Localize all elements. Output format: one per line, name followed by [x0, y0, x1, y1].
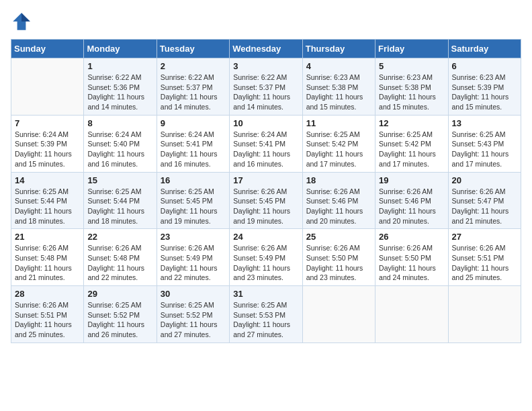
calendar-cell: 23Sunrise: 6:26 AMSunset: 5:49 PMDayligh…	[157, 229, 229, 286]
day-header-sunday: Sunday	[11, 40, 84, 58]
calendar-cell: 28Sunrise: 6:26 AMSunset: 5:51 PMDayligh…	[11, 286, 84, 343]
day-number: 23	[161, 232, 226, 242]
day-number: 28	[15, 289, 80, 299]
calendar-cell: 1Sunrise: 6:22 AMSunset: 5:36 PMDaylight…	[84, 58, 157, 116]
day-info: Sunrise: 6:25 AMSunset: 5:52 PMDaylight:…	[161, 300, 226, 340]
day-number: 22	[87, 232, 152, 242]
day-number: 16	[161, 175, 226, 185]
week-row-2: 7Sunrise: 6:24 AMSunset: 5:39 PMDaylight…	[11, 115, 521, 172]
calendar-cell: 19Sunrise: 6:26 AMSunset: 5:46 PMDayligh…	[375, 172, 448, 229]
day-number: 26	[379, 232, 444, 242]
day-info: Sunrise: 6:25 AMSunset: 5:44 PMDaylight:…	[15, 187, 80, 226]
day-number: 17	[233, 175, 298, 185]
day-number: 30	[161, 289, 226, 299]
calendar-cell: 26Sunrise: 6:26 AMSunset: 5:50 PMDayligh…	[375, 229, 448, 286]
calendar-cell: 21Sunrise: 6:26 AMSunset: 5:48 PMDayligh…	[11, 229, 84, 286]
day-header-wednesday: Wednesday	[230, 40, 302, 58]
calendar-cell: 16Sunrise: 6:25 AMSunset: 5:45 PMDayligh…	[157, 172, 229, 229]
day-info: Sunrise: 6:26 AMSunset: 5:50 PMDaylight:…	[379, 243, 444, 283]
calendar-cell	[302, 286, 375, 343]
logo-icon	[11, 11, 32, 32]
day-number: 11	[306, 118, 371, 128]
day-info: Sunrise: 6:26 AMSunset: 5:50 PMDaylight:…	[306, 243, 371, 283]
day-number: 13	[452, 118, 517, 128]
week-row-5: 28Sunrise: 6:26 AMSunset: 5:51 PMDayligh…	[11, 286, 521, 343]
calendar-cell: 11Sunrise: 6:25 AMSunset: 5:42 PMDayligh…	[302, 115, 375, 172]
day-info: Sunrise: 6:24 AMSunset: 5:39 PMDaylight:…	[15, 130, 80, 169]
day-info: Sunrise: 6:22 AMSunset: 5:36 PMDaylight:…	[87, 73, 152, 112]
calendar-cell: 5Sunrise: 6:23 AMSunset: 5:38 PMDaylight…	[375, 58, 448, 116]
day-info: Sunrise: 6:25 AMSunset: 5:42 PMDaylight:…	[306, 130, 371, 169]
day-info: Sunrise: 6:22 AMSunset: 5:37 PMDaylight:…	[161, 73, 226, 112]
calendar-cell: 29Sunrise: 6:25 AMSunset: 5:52 PMDayligh…	[84, 286, 157, 343]
day-info: Sunrise: 6:25 AMSunset: 5:45 PMDaylight:…	[161, 187, 226, 226]
calendar-header-row: SundayMondayTuesdayWednesdayThursdayFrid…	[11, 40, 521, 58]
calendar-cell: 14Sunrise: 6:25 AMSunset: 5:44 PMDayligh…	[11, 172, 84, 229]
day-number: 18	[306, 175, 371, 185]
day-info: Sunrise: 6:24 AMSunset: 5:41 PMDaylight:…	[233, 130, 298, 169]
day-number: 21	[15, 232, 80, 242]
calendar-cell: 22Sunrise: 6:26 AMSunset: 5:48 PMDayligh…	[84, 229, 157, 286]
day-number: 2	[161, 61, 226, 71]
week-row-1: 1Sunrise: 6:22 AMSunset: 5:36 PMDaylight…	[11, 58, 521, 116]
calendar-cell: 2Sunrise: 6:22 AMSunset: 5:37 PMDaylight…	[157, 58, 229, 116]
calendar-cell: 10Sunrise: 6:24 AMSunset: 5:41 PMDayligh…	[230, 115, 302, 172]
day-number: 3	[233, 61, 298, 71]
day-info: Sunrise: 6:26 AMSunset: 5:47 PMDaylight:…	[452, 187, 517, 226]
day-info: Sunrise: 6:26 AMSunset: 5:46 PMDaylight:…	[379, 187, 444, 226]
day-info: Sunrise: 6:26 AMSunset: 5:51 PMDaylight:…	[15, 300, 80, 340]
day-number: 24	[233, 232, 298, 242]
calendar-cell: 25Sunrise: 6:26 AMSunset: 5:50 PMDayligh…	[302, 229, 375, 286]
calendar-cell: 24Sunrise: 6:26 AMSunset: 5:49 PMDayligh…	[230, 229, 302, 286]
day-info: Sunrise: 6:26 AMSunset: 5:46 PMDaylight:…	[306, 187, 371, 226]
calendar-cell: 30Sunrise: 6:25 AMSunset: 5:52 PMDayligh…	[157, 286, 229, 343]
day-info: Sunrise: 6:26 AMSunset: 5:49 PMDaylight:…	[161, 243, 226, 283]
day-number: 5	[379, 61, 444, 71]
day-header-thursday: Thursday	[302, 40, 375, 58]
calendar-cell: 17Sunrise: 6:26 AMSunset: 5:45 PMDayligh…	[230, 172, 302, 229]
day-info: Sunrise: 6:25 AMSunset: 5:42 PMDaylight:…	[379, 130, 444, 169]
calendar-cell: 7Sunrise: 6:24 AMSunset: 5:39 PMDaylight…	[11, 115, 84, 172]
day-number: 19	[379, 175, 444, 185]
day-number: 4	[306, 61, 371, 71]
calendar-cell: 18Sunrise: 6:26 AMSunset: 5:46 PMDayligh…	[302, 172, 375, 229]
day-number: 1	[87, 61, 152, 71]
day-number: 20	[452, 175, 517, 185]
calendar-cell: 9Sunrise: 6:24 AMSunset: 5:41 PMDaylight…	[157, 115, 229, 172]
page-header	[11, 11, 521, 32]
calendar-cell: 27Sunrise: 6:26 AMSunset: 5:51 PMDayligh…	[448, 229, 521, 286]
day-number: 25	[306, 232, 371, 242]
day-info: Sunrise: 6:22 AMSunset: 5:37 PMDaylight:…	[233, 73, 298, 112]
day-info: Sunrise: 6:26 AMSunset: 5:45 PMDaylight:…	[233, 187, 298, 226]
day-number: 6	[452, 61, 517, 71]
calendar-cell	[448, 286, 521, 343]
day-number: 14	[15, 175, 80, 185]
calendar-table: SundayMondayTuesdayWednesdayThursdayFrid…	[11, 39, 521, 343]
calendar-cell: 12Sunrise: 6:25 AMSunset: 5:42 PMDayligh…	[375, 115, 448, 172]
day-info: Sunrise: 6:25 AMSunset: 5:53 PMDaylight:…	[233, 300, 298, 340]
day-number: 9	[161, 118, 226, 128]
day-number: 27	[452, 232, 517, 242]
day-number: 10	[233, 118, 298, 128]
day-header-monday: Monday	[84, 40, 157, 58]
svg-marker-1	[21, 13, 30, 21]
day-info: Sunrise: 6:24 AMSunset: 5:40 PMDaylight:…	[87, 130, 152, 169]
day-info: Sunrise: 6:23 AMSunset: 5:38 PMDaylight:…	[306, 73, 371, 112]
calendar-body: 1Sunrise: 6:22 AMSunset: 5:36 PMDaylight…	[11, 58, 521, 343]
calendar-cell: 4Sunrise: 6:23 AMSunset: 5:38 PMDaylight…	[302, 58, 375, 116]
calendar-cell: 3Sunrise: 6:22 AMSunset: 5:37 PMDaylight…	[230, 58, 302, 116]
day-header-friday: Friday	[375, 40, 448, 58]
week-row-3: 14Sunrise: 6:25 AMSunset: 5:44 PMDayligh…	[11, 172, 521, 229]
week-row-4: 21Sunrise: 6:26 AMSunset: 5:48 PMDayligh…	[11, 229, 521, 286]
day-info: Sunrise: 6:23 AMSunset: 5:38 PMDaylight:…	[379, 73, 444, 112]
day-info: Sunrise: 6:25 AMSunset: 5:52 PMDaylight:…	[87, 300, 152, 340]
calendar-cell: 13Sunrise: 6:25 AMSunset: 5:43 PMDayligh…	[448, 115, 521, 172]
calendar-cell: 20Sunrise: 6:26 AMSunset: 5:47 PMDayligh…	[448, 172, 521, 229]
day-header-saturday: Saturday	[448, 40, 521, 58]
day-number: 12	[379, 118, 444, 128]
day-info: Sunrise: 6:26 AMSunset: 5:48 PMDaylight:…	[87, 243, 152, 283]
day-number: 7	[15, 118, 80, 128]
logo	[11, 11, 35, 32]
day-number: 31	[233, 289, 298, 299]
calendar-cell: 6Sunrise: 6:23 AMSunset: 5:39 PMDaylight…	[448, 58, 521, 116]
